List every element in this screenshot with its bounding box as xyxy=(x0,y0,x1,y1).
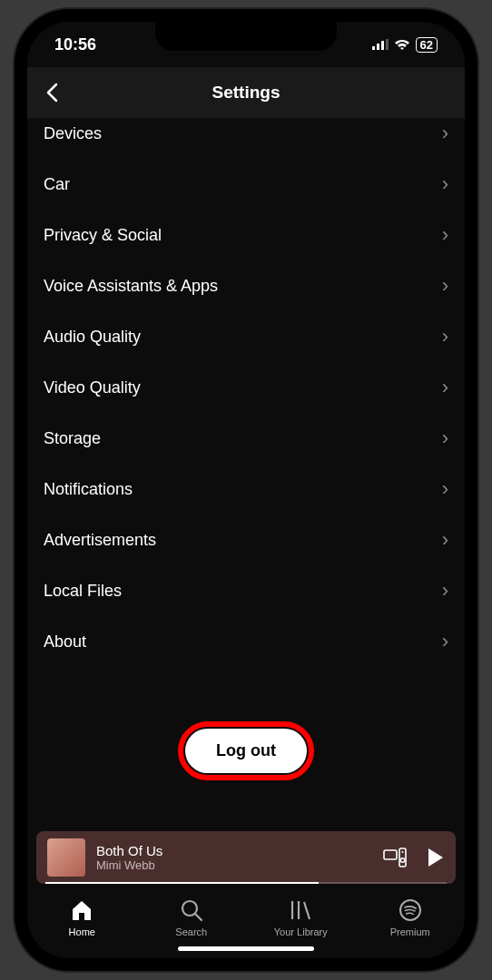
search-icon xyxy=(180,898,203,922)
chevron-right-icon: › xyxy=(442,325,448,348)
chevron-right-icon: › xyxy=(442,477,448,501)
settings-item-label: Advertisements xyxy=(44,531,156,550)
svg-rect-1 xyxy=(377,44,379,50)
tab-library[interactable]: Your Library xyxy=(260,898,341,937)
settings-item-label: Notifications xyxy=(44,480,133,499)
settings-item-voice-assistants[interactable]: Voice Assistants & Apps › xyxy=(44,260,448,311)
tab-bar: Home Search Your Library Premium xyxy=(27,889,465,941)
page-title: Settings xyxy=(27,83,465,103)
wifi-icon xyxy=(394,39,410,51)
back-button[interactable] xyxy=(38,75,65,110)
logout-highlight: Log out xyxy=(178,721,314,780)
svg-rect-4 xyxy=(384,850,397,859)
settings-item-advertisements[interactable]: Advertisements › xyxy=(44,514,448,565)
chevron-right-icon: › xyxy=(442,426,448,450)
settings-item-about[interactable]: About › xyxy=(44,616,448,667)
logout-container: Log out xyxy=(44,667,448,817)
now-playing-bar[interactable]: Both Of Us Mimi Webb xyxy=(36,831,456,884)
screen: 10:56 62 Settings Devices › xyxy=(27,22,465,958)
svg-line-12 xyxy=(304,902,310,919)
settings-item-label: Audio Quality xyxy=(44,328,141,347)
svg-line-9 xyxy=(195,914,202,920)
home-icon xyxy=(70,898,93,922)
settings-item-label: Local Files xyxy=(44,582,122,601)
logout-button[interactable]: Log out xyxy=(185,729,307,773)
settings-item-label: Storage xyxy=(44,429,101,448)
chevron-right-icon: › xyxy=(442,223,448,247)
settings-item-label: Privacy & Social xyxy=(44,226,162,245)
svg-rect-3 xyxy=(386,39,389,50)
tab-label: Home xyxy=(69,926,95,937)
settings-item-label: About xyxy=(44,632,86,652)
settings-item-label: Devices xyxy=(44,124,102,143)
tab-search[interactable]: Search xyxy=(151,898,232,937)
settings-item-notifications[interactable]: Notifications › xyxy=(44,464,448,514)
tab-label: Premium xyxy=(390,926,430,937)
track-info: Both Of Us Mimi Webb xyxy=(96,843,372,872)
tab-label: Your Library xyxy=(274,926,328,937)
tab-premium[interactable]: Premium xyxy=(369,898,451,937)
cellular-icon xyxy=(372,39,389,50)
devices-icon[interactable] xyxy=(383,848,407,867)
settings-item-local-files[interactable]: Local Files › xyxy=(44,565,448,616)
tab-label: Search xyxy=(175,926,207,937)
settings-item-storage[interactable]: Storage › xyxy=(44,413,448,464)
svg-point-6 xyxy=(402,851,404,853)
chevron-right-icon: › xyxy=(442,122,448,145)
chevron-right-icon: › xyxy=(442,274,448,298)
settings-item-label: Car xyxy=(44,175,70,194)
tab-home[interactable]: Home xyxy=(41,898,123,937)
status-time: 10:56 xyxy=(54,35,96,54)
settings-item-privacy-social[interactable]: Privacy & Social › xyxy=(44,210,448,260)
notch xyxy=(155,22,337,51)
progress-fill xyxy=(45,882,319,884)
spotify-icon xyxy=(399,898,422,922)
chevron-right-icon: › xyxy=(442,172,448,196)
album-art xyxy=(47,838,85,877)
settings-item-label: Video Quality xyxy=(44,378,141,397)
now-playing-controls xyxy=(383,848,445,867)
chevron-right-icon: › xyxy=(442,630,448,653)
chevron-right-icon: › xyxy=(442,528,448,552)
header: Settings xyxy=(27,67,465,118)
settings-item-label: Voice Assistants & Apps xyxy=(44,277,218,296)
phone-frame: 10:56 62 Settings Devices › xyxy=(15,9,477,971)
settings-item-video-quality[interactable]: Video Quality › xyxy=(44,362,448,413)
settings-list[interactable]: Devices › Car › Privacy & Social › Voice… xyxy=(27,118,465,831)
svg-point-7 xyxy=(400,858,404,862)
track-title: Both Of Us xyxy=(96,843,372,858)
track-artist: Mimi Webb xyxy=(96,858,372,872)
chevron-right-icon: › xyxy=(442,579,448,603)
chevron-right-icon: › xyxy=(442,376,448,399)
play-icon[interactable] xyxy=(427,848,445,867)
settings-item-audio-quality[interactable]: Audio Quality › xyxy=(44,311,448,362)
svg-rect-2 xyxy=(381,41,384,50)
svg-rect-0 xyxy=(372,46,375,50)
progress-bar xyxy=(45,882,447,884)
settings-item-devices[interactable]: Devices › xyxy=(44,118,448,159)
settings-item-car[interactable]: Car › xyxy=(44,159,448,210)
battery-indicator: 62 xyxy=(416,37,438,53)
library-icon xyxy=(289,898,312,922)
status-right: 62 xyxy=(372,37,438,53)
home-indicator[interactable] xyxy=(178,946,314,951)
